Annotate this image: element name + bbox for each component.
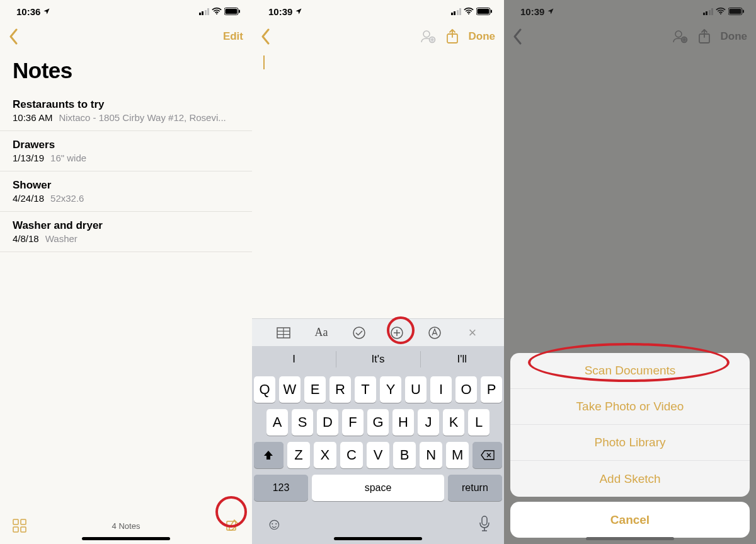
wifi-icon [464, 8, 474, 15]
key-h[interactable]: H [392, 409, 414, 436]
key-w[interactable]: W [279, 376, 301, 403]
status-bar: 10:36 [0, 0, 252, 23]
svg-point-9 [468, 13, 469, 14]
sheet-scan-documents[interactable]: Scan Documents [510, 353, 750, 389]
sheet-photo-library[interactable]: Photo Library [510, 425, 750, 461]
markup-icon[interactable] [422, 320, 447, 345]
key-q[interactable]: Q [254, 376, 275, 403]
collaborate-icon[interactable] [421, 30, 436, 43]
key-i[interactable]: I [430, 376, 452, 403]
notes-list[interactable]: Restaraunts to try 10:36 AMNixtaco - 180… [0, 91, 252, 507]
svg-point-0 [216, 13, 217, 14]
key-x[interactable]: X [314, 442, 336, 468]
home-indicator [82, 537, 170, 540]
page-title: Notes [0, 50, 252, 91]
status-time: 10:39 [268, 6, 292, 17]
svg-rect-25 [482, 516, 487, 525]
svg-rect-12 [491, 10, 492, 13]
nav-header: Edit [0, 23, 252, 50]
suggestion[interactable]: It's [336, 346, 420, 373]
back-button[interactable] [9, 28, 19, 45]
key-o[interactable]: O [455, 376, 477, 403]
svg-rect-6 [13, 527, 18, 532]
location-icon [295, 8, 302, 15]
status-time: 10:36 [16, 6, 40, 17]
svg-rect-3 [239, 10, 240, 13]
panel-action-sheet: 10:39 Done Scan Documents Take Photo or … [504, 0, 756, 544]
key-n[interactable]: N [420, 442, 442, 468]
key-space[interactable]: space [312, 475, 444, 501]
note-item[interactable]: Washer and dryer 4/8/18Washer [0, 212, 252, 252]
svg-rect-11 [478, 9, 490, 14]
key-c[interactable]: C [340, 442, 363, 468]
key-p[interactable]: P [481, 376, 502, 403]
key-g[interactable]: G [367, 409, 389, 436]
home-indicator [586, 537, 674, 540]
dictation-icon[interactable] [479, 516, 490, 532]
location-icon [43, 8, 50, 15]
text-style-icon[interactable]: Aa [309, 320, 334, 345]
svg-point-20 [353, 327, 365, 339]
key-m[interactable]: M [446, 442, 469, 468]
suggestion[interactable]: I [252, 346, 336, 373]
wifi-icon [212, 8, 222, 15]
svg-rect-2 [226, 9, 238, 14]
status-bar: 10:39 [252, 0, 504, 23]
checklist-icon[interactable] [346, 320, 372, 345]
keyboard: Q W E R T Y U I O P A S D F G H J K L [252, 373, 504, 510]
key-k[interactable]: K [443, 409, 464, 436]
sheet-take-photo[interactable]: Take Photo or Video [510, 389, 750, 425]
key-s[interactable]: S [292, 409, 313, 436]
note-item[interactable]: Restaraunts to try 10:36 AMNixtaco - 180… [0, 91, 252, 131]
panel-note-editor: 10:39 Done Aa × [252, 0, 504, 544]
key-d[interactable]: D [317, 409, 338, 436]
suggestion-bar: I It's I'll [252, 346, 504, 373]
action-sheet: Scan Documents Take Photo or Video Photo… [510, 353, 750, 538]
key-numbers[interactable]: 123 [254, 475, 308, 501]
back-button[interactable] [261, 28, 271, 45]
add-attachment-icon[interactable] [384, 320, 410, 345]
key-v[interactable]: V [367, 442, 389, 468]
text-cursor [263, 55, 265, 69]
key-j[interactable]: J [418, 409, 439, 436]
sheet-add-sketch[interactable]: Add Sketch [510, 461, 750, 497]
svg-rect-8 [227, 521, 236, 530]
key-r[interactable]: R [329, 376, 351, 403]
note-item[interactable]: Shower 4/24/1852x32.6 [0, 171, 252, 212]
emoji-icon[interactable]: ☺ [266, 514, 283, 534]
key-backspace[interactable] [472, 442, 502, 468]
key-f[interactable]: F [342, 409, 364, 436]
svg-rect-5 [21, 519, 26, 524]
compose-icon[interactable] [226, 519, 239, 533]
battery-icon [224, 8, 241, 15]
key-return[interactable]: return [448, 475, 502, 501]
suggestion[interactable]: I'll [420, 346, 504, 373]
home-indicator [334, 537, 422, 540]
key-shift[interactable] [254, 442, 284, 468]
share-icon[interactable] [446, 29, 459, 44]
note-item[interactable]: Drawers 1/13/1916" wide [0, 131, 252, 171]
battery-icon [476, 8, 493, 15]
table-icon[interactable] [271, 320, 296, 345]
svg-rect-7 [21, 527, 26, 532]
key-b[interactable]: B [393, 442, 416, 468]
note-count: 4 Notes [112, 521, 140, 531]
key-u[interactable]: U [405, 376, 427, 403]
key-e[interactable]: E [304, 376, 326, 403]
note-text-area[interactable] [252, 50, 504, 318]
done-button[interactable]: Done [469, 30, 496, 43]
signal-icon [199, 8, 210, 15]
key-l[interactable]: L [468, 409, 490, 436]
edit-button[interactable]: Edit [223, 30, 243, 43]
format-toolbar: Aa × [252, 318, 504, 346]
signal-icon [451, 8, 462, 15]
grid-view-icon[interactable] [13, 519, 26, 533]
key-z[interactable]: Z [287, 442, 310, 468]
panel-notes-list: 10:36 Edit Notes Restaraunts to try 10:3… [0, 0, 252, 544]
key-t[interactable]: T [355, 376, 376, 403]
key-y[interactable]: Y [380, 376, 401, 403]
key-a[interactable]: A [266, 409, 288, 436]
sheet-cancel[interactable]: Cancel [510, 502, 750, 538]
svg-rect-4 [13, 519, 18, 524]
dismiss-icon[interactable]: × [460, 320, 485, 345]
